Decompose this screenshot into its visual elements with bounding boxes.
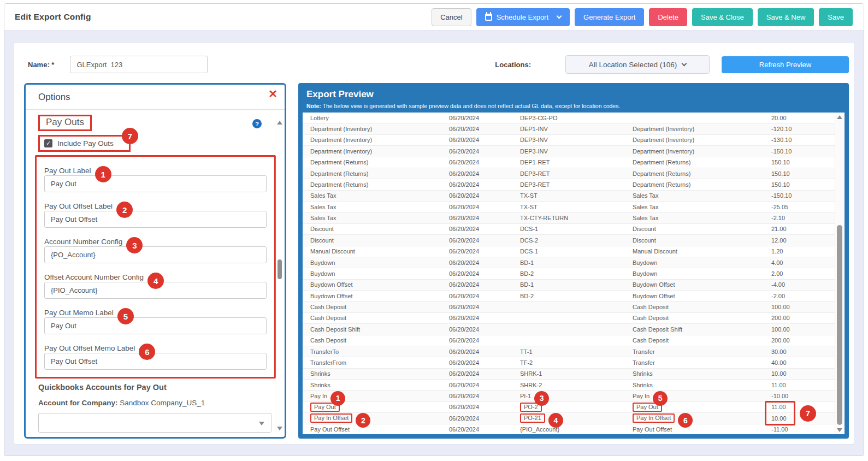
table-cell: 06/20/2024 [449,126,520,132]
scroll-up-icon[interactable] [837,115,842,119]
payouts-section-title: Pay Outs [46,117,84,127]
table-cell: Cash Deposit [310,315,449,321]
help-icon[interactable]: ? [252,119,262,128]
table-cell: 10.00 [771,370,835,377]
table-cell: BD-1 [520,281,633,288]
table-row: Department (Returns)06/20/2024DEP3-RETDe… [303,179,835,190]
field-label: Pay Out Memo Label [44,309,114,317]
options-panel: ✕ Options Pay Outs ? ✓ Include Pay Outs [24,83,286,439]
table-cell: Lottery [310,115,449,121]
generate-export-button[interactable]: Generate Export [575,8,644,26]
field-group-payout-offset-label: Pay Out Offset Label 2 [44,197,267,228]
save-and-new-button[interactable]: Save & New [758,8,814,26]
include-payouts-checkbox[interactable]: ✓ [44,139,52,147]
scrollbar-thumb[interactable] [837,225,842,425]
annotation-badge-1: 1 [330,391,345,406]
table-row: Pay Out Offset06/20/2024{PIO_Account}Pay… [303,424,835,435]
refresh-preview-button[interactable]: Refresh Preview [722,56,849,73]
table-cell: Cash Deposit [633,304,771,310]
scroll-up-icon[interactable] [277,121,282,125]
table-cell: -130.10 [771,137,835,143]
table-cell: 06/20/2024 [449,293,520,299]
payout-memo-label-input[interactable] [44,317,267,334]
table-cell: 06/20/2024 [449,259,520,266]
save-button[interactable]: Save [819,8,853,26]
table-cell: 06/20/2024 [449,315,520,321]
quickbooks-account-select[interactable] [38,413,271,433]
table-cell: 4.00 [771,259,835,266]
table-cell: 11.00 [771,382,835,388]
table-cell: 40.00 [771,359,835,366]
table-cell: Department (Inventory) [633,137,771,143]
table-cell: Transfer [633,348,771,355]
amount-annotation-box: 7 [765,401,795,425]
divider [26,109,285,110]
scroll-down-icon[interactable] [837,428,842,432]
table-cell: DCS-1 [520,248,633,255]
options-title: Options [38,92,274,103]
table-cell: DEP3-INV [520,148,633,155]
table-row: Department (Returns)06/20/2024DEP3-RETDe… [303,168,835,179]
table-row: Department (Inventory)06/20/2024DEP3-INV… [303,146,835,157]
locations-group: Locations: All Location Selected (106) R… [495,55,849,74]
table-cell: Cash Deposit [633,337,771,344]
table-row: Pay In Offset206/20/2024PO-214Pay In Off… [303,413,835,424]
save-and-close-button[interactable]: Save & Close [692,8,753,26]
locations-dropdown[interactable]: All Location Selected (106) [565,55,710,74]
header-actions: Cancel Schedule Export Generate Export D… [432,8,853,26]
name-input[interactable] [70,56,208,73]
table-cell: 06/20/2024 [449,348,520,355]
field-group-payout-label: Pay Out Label 1 [44,162,267,192]
field-group-payout-memo-label: Pay Out Memo Label 5 [44,304,267,334]
edit-export-config-window: Edit Export Config Cancel Schedule Expor… [4,3,864,456]
close-icon[interactable]: ✕ [268,88,277,99]
export-preview-note: Note: The below view is generated with s… [303,100,845,113]
table-cell: 06/20/2024 [449,237,520,244]
table-cell: Sales Tax [310,204,449,210]
payouts-fields-annotation-box: Pay Out Label 1 Pay Out Offset Label 2 [35,155,276,379]
account-for-company-line: Account for Company: Sandbox Company_US_… [38,399,274,407]
schedule-export-button[interactable]: Schedule Export [476,8,570,26]
table-cell: Discount [633,237,771,244]
table-cell: DEP1-INV [520,126,633,132]
delete-button[interactable]: Delete [649,8,687,26]
table-cell: 12.00 [771,237,835,244]
payout-label-input[interactable] [44,175,267,192]
table-cell: Buydown Offset [633,281,771,288]
table-cell: Department (Inventory) [633,148,771,155]
table-cell: Sales Tax [633,215,771,221]
cancel-button[interactable]: Cancel [432,8,471,26]
account-number-config-input[interactable] [44,246,267,263]
table-cell: -150.10 [771,192,835,199]
table-cell: Cash Deposit [310,337,449,344]
options-scrollbar[interactable] [275,119,283,432]
table-row: Cash Deposit Shift06/20/2024Cash Deposit… [303,324,835,335]
table-row: Shrinks06/20/2024SHRK-1Shrinks10.00 [303,369,835,380]
export-preview-panel: Export Preview Note: The below view is g… [298,83,849,439]
table-cell: 06/20/2024 [449,404,520,410]
payout-offset-label-input[interactable] [44,211,267,228]
table-cell: Pay In1 [310,389,449,404]
table-cell: TX-CTY-RETURN [520,215,633,221]
chevron-down-icon [682,61,687,66]
chevron-down-icon [557,14,562,19]
table-cell: Department (Inventory) [310,126,449,132]
table-cell: Pay Out Offset [310,426,449,433]
include-payouts-label: Include Pay Outs [57,139,114,147]
preview-scrollbar[interactable] [835,113,845,434]
table-row: Cash Deposit06/20/2024Cash Deposit200.00 [303,335,835,346]
table-cell: 200.00 [771,337,835,344]
table-cell: Manual Discount [633,248,771,255]
payout-offset-memo-label-input[interactable] [44,353,267,370]
annotation-box: Pay In Offset [310,413,352,423]
table-cell: 06/20/2024 [449,326,520,333]
scroll-down-icon[interactable] [277,427,282,430]
table-cell: DCS-1 [520,226,633,232]
table-row: Sales Tax06/20/2024TX-CTY-RETURNSales Ta… [303,212,835,223]
annotation-badge-4: 4 [147,273,164,289]
table-cell: PO-2 [520,404,633,411]
table-cell: PI-13 [520,389,633,404]
table-row: Buydown Offset06/20/2024BD-2Buydown Offs… [303,291,835,302]
table-row: Sales Tax06/20/2024TX-STSales Tax-150.10 [303,191,835,202]
scrollbar-thumb[interactable] [277,259,282,279]
